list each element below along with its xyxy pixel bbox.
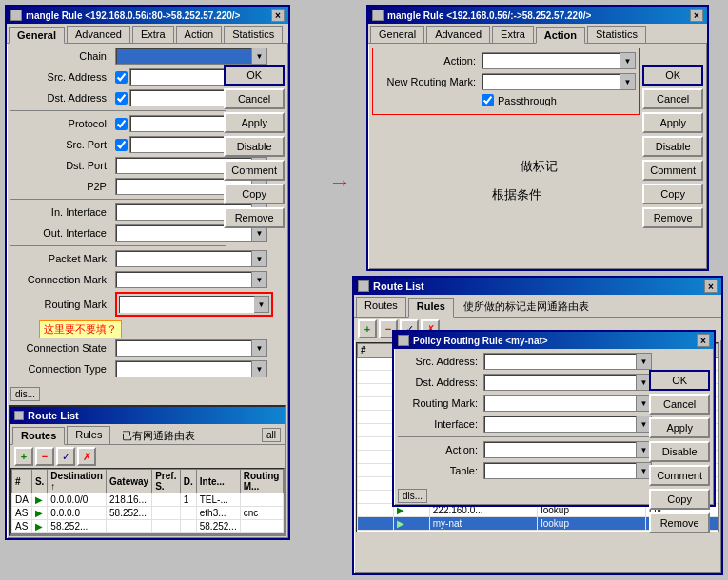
route-remove-btn[interactable]: − — [35, 447, 54, 466]
tab-extra-left[interactable]: Extra — [132, 26, 174, 43]
route-x-btn[interactable]: ✗ — [77, 447, 96, 466]
tab-action-left[interactable]: Action — [176, 26, 223, 43]
route-list-all-btn[interactable]: all — [262, 428, 281, 442]
chain-input[interactable]: prerouting — [115, 48, 252, 65]
policy-comment-button[interactable]: Comment — [649, 465, 710, 486]
policy-src-combo[interactable]: ▼ — [483, 353, 652, 370]
right-copy-button[interactable]: Copy — [642, 184, 703, 204]
col-hash: # — [12, 470, 32, 493]
route-top-add-btn[interactable]: + — [358, 319, 377, 338]
tab-rules-top[interactable]: Rules — [408, 298, 454, 318]
chain-arrow[interactable]: ▼ — [252, 48, 267, 65]
chain-combo[interactable]: prerouting ▼ — [115, 48, 267, 65]
route-row-3[interactable]: AS ▶ 58.252... 58.252... — [12, 520, 284, 533]
right-close-button[interactable]: × — [690, 9, 703, 22]
right-routing-mark-input[interactable]: my-nat — [482, 73, 620, 90]
connection-type-arrow[interactable]: ▼ — [252, 360, 267, 377]
right-ok-button[interactable]: OK — [642, 65, 703, 86]
policy-dst-combo[interactable]: ▼ — [483, 374, 652, 391]
left-disable-button[interactable]: Disable — [224, 136, 285, 157]
routing-mark-combo[interactable]: ▼ — [115, 292, 273, 317]
left-ok-button[interactable]: OK — [224, 65, 285, 86]
tab-action-right[interactable]: Action — [536, 27, 585, 44]
src-address-checkbox[interactable] — [115, 71, 128, 84]
in-interface-row: In. Interface: ▼ — [10, 203, 226, 221]
policy-action-row: Action: lookup ▼ — [398, 441, 652, 458]
policy-dst-input[interactable] — [483, 374, 637, 391]
tab-statistics-right[interactable]: Statistics — [587, 26, 646, 43]
route-row-1[interactable]: DA ▶ 0.0.0.0/0 218.16... 1 TEL-... — [12, 493, 284, 507]
protocol-checkbox[interactable] — [115, 118, 128, 130]
policy-copy-button[interactable]: Copy — [649, 489, 710, 510]
connection-mark-input[interactable] — [115, 271, 252, 288]
policy-ok-button[interactable]: OK — [649, 370, 710, 391]
policy-cancel-button[interactable]: Cancel — [649, 394, 710, 415]
right-remove-button[interactable]: Remove — [642, 207, 703, 228]
policy-interface-input[interactable] — [483, 416, 637, 433]
connection-state-input[interactable] — [115, 339, 252, 357]
policy-remove-button[interactable]: Remove — [649, 512, 710, 533]
policy-disable-button[interactable]: Disable — [649, 441, 710, 462]
tab-advanced-right[interactable]: Advanced — [426, 26, 490, 43]
passthrough-checkbox[interactable] — [482, 94, 494, 106]
policy-table-input[interactable]: cnc — [483, 462, 637, 479]
tab-general-right[interactable]: General — [370, 26, 424, 43]
left-close-button[interactable]: × — [271, 9, 285, 22]
tab-statistics-left[interactable]: Statistics — [224, 26, 283, 43]
tab-advanced-left[interactable]: Advanced — [67, 26, 130, 43]
routing-mark-input[interactable] — [119, 296, 254, 313]
right-action-combo[interactable]: mark routing ▼ — [482, 52, 636, 69]
dst-address-checkbox[interactable] — [115, 92, 128, 105]
tab-extra-right[interactable]: Extra — [492, 26, 534, 43]
right-comment-button[interactable]: Comment — [642, 160, 703, 181]
route-table: # S. Destination ↑ Gateway Pref. S. D. I… — [11, 469, 284, 533]
policy-dis-button[interactable]: dis... — [398, 489, 427, 503]
packet-mark-arrow[interactable]: ▼ — [252, 250, 267, 267]
right-routing-mark-row: New Routing Mark: my-nat ▼ — [377, 73, 636, 90]
right-action-arrow[interactable]: ▼ — [620, 52, 636, 69]
packet-mark-input[interactable] — [115, 250, 252, 267]
row2-gateway: 58.252... — [107, 507, 152, 520]
tab-rules-left[interactable]: Rules — [67, 426, 110, 444]
packet-mark-combo[interactable]: ▼ — [115, 250, 267, 267]
routing-mark-arrow[interactable]: ▼ — [254, 296, 269, 313]
route-row-2[interactable]: AS ▶ 0.0.0.0 58.252... eth3... cnc — [12, 507, 284, 520]
left-comment-button[interactable]: Comment — [224, 160, 285, 181]
route-list-top-close[interactable]: × — [704, 280, 718, 293]
left-tabs: General Advanced Extra Action Statistics — [7, 24, 288, 44]
policy-src-arrow[interactable]: ▼ — [637, 353, 652, 370]
tab-routes-top[interactable]: Routes — [356, 297, 406, 317]
right-routing-mark-arrow[interactable]: ▼ — [620, 73, 636, 90]
connection-type-combo[interactable]: ▼ — [115, 360, 267, 377]
connection-state-combo[interactable]: ▼ — [115, 339, 267, 357]
policy-action-input[interactable]: lookup — [483, 441, 637, 458]
connection-type-input[interactable] — [115, 360, 252, 377]
policy-action-combo[interactable]: lookup ▼ — [483, 441, 652, 458]
src-port-checkbox[interactable] — [115, 139, 128, 151]
route-check-btn[interactable]: ✓ — [56, 447, 75, 466]
route-add-btn[interactable]: + — [14, 447, 33, 466]
right-routing-mark-combo[interactable]: my-nat ▼ — [482, 73, 636, 90]
right-cancel-button[interactable]: Cancel — [642, 88, 703, 109]
connection-mark-arrow[interactable]: ▼ — [252, 271, 267, 288]
left-dis-button[interactable]: dis... — [10, 387, 40, 401]
connection-mark-combo[interactable]: ▼ — [115, 271, 267, 288]
left-copy-button[interactable]: Copy — [224, 184, 285, 204]
left-remove-button[interactable]: Remove — [224, 207, 285, 228]
tab-routes-left[interactable]: Routes — [12, 427, 65, 445]
connection-state-arrow[interactable]: ▼ — [252, 339, 267, 357]
policy-routing-combo[interactable]: my-nat ▼ — [483, 395, 652, 412]
tab-general-left[interactable]: General — [9, 27, 65, 44]
policy-table-combo[interactable]: cnc ▼ — [483, 462, 652, 479]
policy-routing-input[interactable]: my-nat — [483, 395, 637, 412]
right-action-input[interactable]: mark routing — [482, 52, 620, 69]
policy-src-input[interactable] — [483, 353, 637, 370]
left-apply-button[interactable]: Apply — [224, 112, 285, 133]
right-tabs: General Advanced Extra Action Statistics — [368, 24, 707, 44]
policy-apply-button[interactable]: Apply — [649, 417, 710, 438]
policy-close[interactable]: × — [697, 334, 710, 347]
policy-interface-combo[interactable]: ▼ — [483, 416, 652, 433]
right-apply-button[interactable]: Apply — [642, 112, 703, 133]
left-cancel-button[interactable]: Cancel — [224, 88, 285, 109]
right-disable-button[interactable]: Disable — [642, 136, 703, 157]
